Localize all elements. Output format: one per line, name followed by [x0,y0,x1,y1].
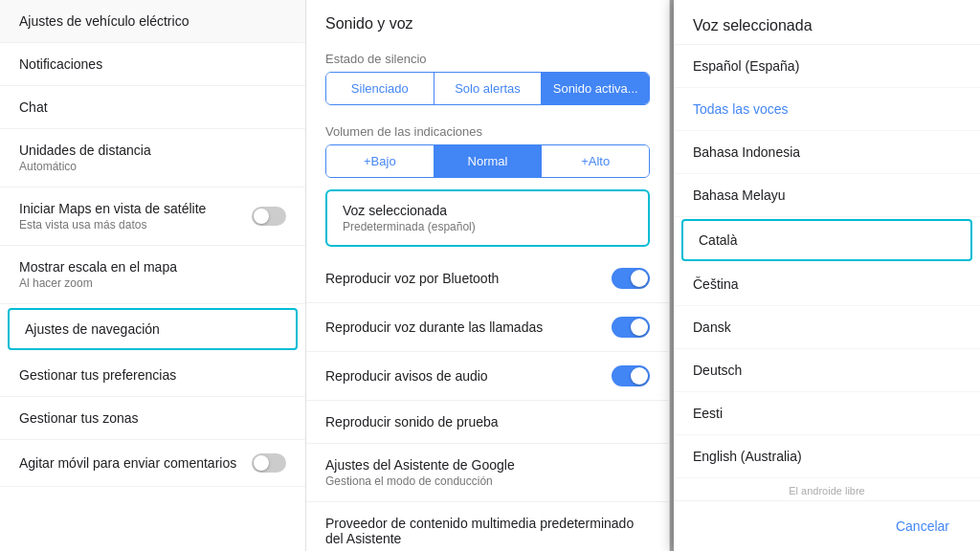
left-panel-item-manage-zones[interactable]: Gestionar tus zonas [0,397,305,440]
right-overlay: Voz seleccionada Español (España) Todas … [670,0,980,551]
dropdown-item-espanol[interactable]: Español (España) [674,45,980,88]
left-panel-item-satellite-view[interactable]: Iniciar Maps en vista de satéliteEsta vi… [0,187,305,246]
item-title-navigation-settings: Ajustes de navegación [25,321,280,337]
dropdown-item-bahasa-melayu[interactable]: Bahasa Melayu [674,174,980,217]
dropdown-footer: Cancelar [674,500,980,551]
voz-seleccionada-box[interactable]: Voz seleccionada Predeterminada (español… [325,189,650,247]
row-title-test-sound: Reproducir sonido de prueba [325,414,499,430]
item-title-manage-prefs: Gestionar tus preferencias [19,367,286,383]
setting-row-google-assistant: Ajustes del Asistente de GoogleGestiona … [306,444,669,502]
item-subtitle-map-scale: Al hacer zoom [19,276,286,290]
middle-rows: Reproducir voz por BluetoothReproducir v… [306,254,669,551]
left-panel-item-navigation-settings[interactable]: Ajustes de navegación [8,308,298,350]
row-title-media-provider: Proveedor de contenido multimedia predet… [325,516,650,546]
left-panel-item-electric-vehicle[interactable]: Ajustes de vehículo eléctrico [0,0,305,43]
dropdown-items: Todas las vocesBahasa IndonesiaBahasa Me… [674,88,980,481]
dropdown-item-english-australia[interactable]: English (Australia) [674,435,980,478]
row-title-voice-calls: Reproducir voz durante las llamadas [325,320,543,335]
middle-panel: Sonido y voz Estado de silencio Silencia… [306,0,670,551]
toggle-shake-feedback[interactable] [252,453,286,473]
voz-box-title: Voz seleccionada [343,203,633,218]
silence-muted-btn[interactable]: Silenciado [326,73,434,104]
item-subtitle-satellite-view: Esta vista usa más datos [19,218,206,231]
toggle-bluetooth-voice[interactable] [612,268,650,289]
dropdown-list: Español (España) Todas las vocesBahasa I… [674,45,980,481]
watermark: El androide libre [674,481,980,500]
dropdown-item-dansk[interactable]: Dansk [674,306,980,349]
left-panel-item-distance-units[interactable]: Unidades de distanciaAutomático [0,129,305,187]
dropdown-item-catala[interactable]: Català [681,219,972,261]
silence-button-group: Silenciado Solo alertas Sonido activa... [325,72,650,105]
row-subtitle-google-assistant: Gestiona el modo de conducción [325,474,515,488]
setting-row-audio-warnings[interactable]: Reproducir avisos de audio [306,352,669,401]
left-panel-item-notifications[interactable]: Notificaciones [0,43,305,86]
row-title-audio-warnings: Reproducir avisos de audio [325,368,488,384]
volume-normal-btn[interactable]: Normal [434,145,542,177]
item-title-satellite-view: Iniciar Maps en vista de satélite [19,201,206,216]
item-title-map-scale: Mostrar escala en el mapa [19,259,286,275]
dropdown-header: Voz seleccionada [674,0,980,45]
dropdown-item-bahasa-indonesia[interactable]: Bahasa Indonesia [674,131,980,174]
volume-label: Volumen de las indicaciones [306,117,669,144]
silence-alerts-btn[interactable]: Solo alertas [434,73,542,104]
row-title-bluetooth-voice: Reproducir voz por Bluetooth [325,271,499,286]
item-subtitle-distance-units: Automático [19,160,286,173]
cancel-button[interactable]: Cancelar [884,513,961,540]
left-panel: Ajustes de vehículo eléctricoNotificacio… [0,0,306,551]
setting-row-voice-calls[interactable]: Reproducir voz durante las llamadas [306,303,669,352]
toggle-voice-calls[interactable] [612,317,650,338]
item-title-chat: Chat [19,99,286,115]
item-title-notifications: Notificaciones [19,56,286,72]
dropdown-item-all-voices[interactable]: Todas las voces [674,88,980,131]
left-panel-item-shake-feedback[interactable]: Agitar móvil para enviar comentarios [0,440,305,487]
left-panel-item-chat[interactable]: Chat [0,86,305,129]
volume-button-group: +Bajo Normal +Alto [325,144,650,178]
left-panel-item-manage-prefs[interactable]: Gestionar tus preferencias [0,354,305,397]
silence-label: Estado de silencio [306,44,669,72]
dropdown-panel: Voz seleccionada Español (España) Todas … [674,0,980,551]
item-title-electric-vehicle: Ajustes de vehículo eléctrico [19,13,286,29]
item-title-shake-feedback: Agitar móvil para enviar comentarios [19,455,236,471]
row-title-google-assistant: Ajustes del Asistente de Google [325,457,515,473]
left-panel-item-map-scale[interactable]: Mostrar escala en el mapaAl hacer zoom [0,246,305,304]
toggle-satellite-view[interactable] [252,207,286,226]
toggle-audio-warnings[interactable] [612,365,650,386]
voz-box-subtitle: Predeterminada (español) [343,220,633,233]
volume-high-btn[interactable]: +Alto [541,145,649,177]
middle-panel-title: Sonido y voz [306,15,669,44]
item-title-distance-units: Unidades de distancia [19,143,286,158]
setting-row-bluetooth-voice[interactable]: Reproducir voz por Bluetooth [306,254,669,303]
dropdown-item-deutsch[interactable]: Deutsch [674,349,980,392]
item-title-manage-zones: Gestionar tus zonas [19,410,286,426]
dropdown-item-eesti[interactable]: Eesti [674,392,980,435]
setting-row-test-sound: Reproducir sonido de prueba [306,401,669,444]
dropdown-item-cestina[interactable]: Čeština [674,263,980,306]
setting-row-media-provider: Proveedor de contenido multimedia predet… [306,502,669,551]
volume-low-btn[interactable]: +Bajo [326,145,434,177]
silence-sound-btn[interactable]: Sonido activa... [541,73,649,104]
